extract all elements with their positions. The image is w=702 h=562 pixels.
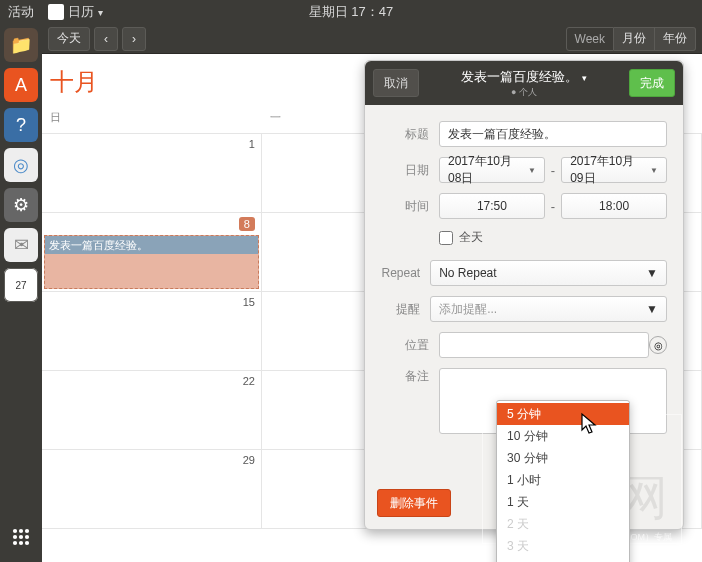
cancel-button[interactable]: 取消 xyxy=(373,69,419,97)
dayname: 日 xyxy=(42,106,262,129)
svg-point-5 xyxy=(25,535,29,539)
label-repeat: Repeat xyxy=(381,266,420,280)
caret-down-icon: ▼ xyxy=(528,166,536,175)
launcher-calendar[interactable]: 27 xyxy=(4,268,38,302)
app-menu[interactable]: 日历 ▾ xyxy=(42,3,109,21)
caret-down-icon: ▼ xyxy=(650,166,658,175)
today-button[interactable]: 今天 xyxy=(48,27,90,51)
launcher-mail[interactable]: ✉ xyxy=(4,228,38,262)
calendar-cell[interactable]: 1 xyxy=(42,134,262,213)
calendar-toolbar: 今天 ‹ › Week 月份 年份 xyxy=(42,24,702,54)
caret-down-icon: ▼ xyxy=(646,302,658,316)
svg-point-7 xyxy=(19,541,23,545)
svg-point-0 xyxy=(13,529,17,533)
date-start-picker[interactable]: 2017年10月08日▼ xyxy=(439,157,545,183)
launcher-chromium[interactable]: ◎ xyxy=(4,148,38,182)
allday-checkbox[interactable] xyxy=(439,231,453,245)
svg-point-4 xyxy=(19,535,23,539)
dropdown-option[interactable]: 10 分钟 xyxy=(497,425,629,447)
event-block[interactable]: 发表一篇百度经验。 xyxy=(44,235,259,289)
view-month[interactable]: 月份 xyxy=(614,27,655,51)
dialog-header: 取消 发表一篇百度经验。 ▾ ● 个人 完成 xyxy=(365,61,683,105)
svg-point-3 xyxy=(13,535,17,539)
reminder-select[interactable]: 添加提醒...▼ xyxy=(430,296,667,322)
next-button[interactable]: › xyxy=(122,27,146,51)
svg-point-8 xyxy=(25,541,29,545)
launcher-files[interactable]: 📁 xyxy=(4,28,38,62)
reminder-dropdown[interactable]: 5 分钟10 分钟30 分钟1 小时1 天2 天3 天1 周 xyxy=(496,400,630,562)
prev-button[interactable]: ‹ xyxy=(94,27,118,51)
dropdown-option[interactable]: 30 分钟 xyxy=(497,447,629,469)
activities-label[interactable]: 活动 xyxy=(8,3,34,21)
location-target-icon[interactable]: ◎ xyxy=(649,336,667,354)
repeat-select[interactable]: No Repeat▼ xyxy=(430,260,667,286)
dialog-title-wrap: 发表一篇百度经验。 ▾ ● 个人 xyxy=(419,68,629,99)
calendar-cell[interactable]: 29 xyxy=(42,450,262,529)
delete-event-button[interactable]: 删除事件 xyxy=(377,489,451,517)
label-reminder: 提醒 xyxy=(381,301,420,318)
svg-point-2 xyxy=(25,529,29,533)
dropdown-option[interactable]: 2 天 xyxy=(497,513,629,535)
day-number: 29 xyxy=(243,454,255,466)
caret-down-icon: ▼ xyxy=(646,266,658,280)
dropdown-option[interactable]: 1 天 xyxy=(497,491,629,513)
date-end-picker[interactable]: 2017年10月09日▼ xyxy=(561,157,667,183)
time-start-picker[interactable]: 17:50 xyxy=(439,193,545,219)
label-title: 标题 xyxy=(381,126,429,143)
dialog-title: 发表一篇百度经验。 ▾ xyxy=(419,68,629,86)
dialog-subtitle: ● 个人 xyxy=(419,86,629,99)
calendar-app-icon xyxy=(48,4,64,20)
app-name: 日历 xyxy=(68,3,94,21)
done-button[interactable]: 完成 xyxy=(629,69,675,97)
svg-point-1 xyxy=(19,529,23,533)
dropdown-option[interactable]: 1 小时 xyxy=(497,469,629,491)
view-year[interactable]: 年份 xyxy=(655,27,696,51)
allday-label: 全天 xyxy=(459,229,483,246)
dropdown-option[interactable]: 3 天 xyxy=(497,535,629,557)
label-location: 位置 xyxy=(381,337,429,354)
day-number: 15 xyxy=(243,296,255,308)
event-title: 发表一篇百度经验。 xyxy=(45,236,258,254)
dash: - xyxy=(549,163,557,178)
clock[interactable]: 星期日 17：47 xyxy=(309,3,394,21)
label-date: 日期 xyxy=(381,162,429,179)
menubar: 活动 日历 ▾ 星期日 17：47 xyxy=(0,0,702,24)
chevron-down-icon: ▾ xyxy=(98,7,103,18)
dropdown-option[interactable]: 1 周 xyxy=(497,557,629,562)
day-number: 22 xyxy=(243,375,255,387)
time-end-picker[interactable]: 18:00 xyxy=(561,193,667,219)
dash: - xyxy=(549,199,557,214)
calendar-cell[interactable]: 8发表一篇百度经验。 xyxy=(42,213,262,292)
label-notes: 备注 xyxy=(381,368,429,385)
launcher-settings[interactable]: ⚙ xyxy=(4,188,38,222)
svg-point-6 xyxy=(13,541,17,545)
dropdown-option[interactable]: 5 分钟 xyxy=(497,403,629,425)
launcher: 📁 A ? ◎ ⚙ ✉ 27 xyxy=(0,24,42,562)
launcher-software[interactable]: A xyxy=(4,68,38,102)
calendar-cell[interactable]: 15 xyxy=(42,292,262,371)
view-week[interactable]: Week xyxy=(566,27,614,51)
launcher-apps-grid[interactable] xyxy=(4,520,38,554)
label-time: 时间 xyxy=(381,198,429,215)
day-number: 8 xyxy=(239,217,255,231)
launcher-help[interactable]: ? xyxy=(4,108,38,142)
title-input[interactable] xyxy=(439,121,667,147)
location-input[interactable] xyxy=(439,332,649,358)
calendar-cell[interactable]: 22 xyxy=(42,371,262,450)
day-number: 1 xyxy=(249,138,255,150)
